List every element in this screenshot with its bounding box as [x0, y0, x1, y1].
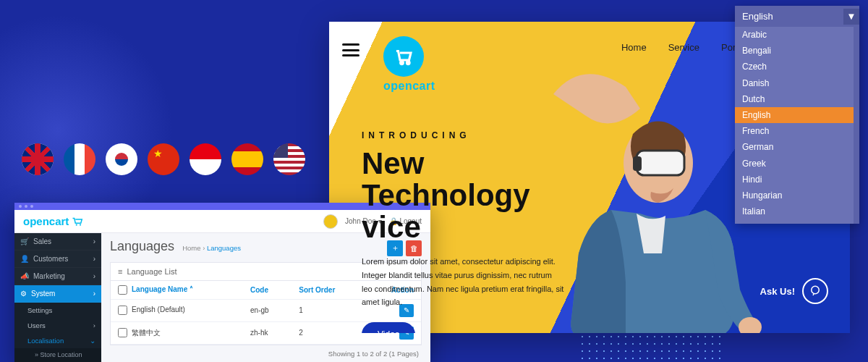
col-name[interactable]: Language Name ˄	[111, 281, 243, 300]
language-option[interactable]: French	[735, 123, 854, 139]
flag-us[interactable]	[273, 143, 305, 175]
col-code[interactable]: Code	[243, 281, 292, 300]
user-icon: 👤	[20, 255, 29, 263]
page-title: Languages	[110, 239, 174, 254]
hero-copy: INTRODUCING New Technology vice Lorem ip…	[362, 130, 564, 333]
language-option[interactable]: Greek	[735, 156, 854, 172]
language-option-list: ArabicBengaliCzechDanishDutchEnglishFren…	[735, 27, 859, 224]
sort-asc-icon: ˄	[190, 285, 193, 293]
pager-text: Showing 1 to 2 of 2 (1 Pages)	[110, 345, 422, 358]
nav-service[interactable]: Service	[668, 42, 699, 53]
nav-home[interactable]: Home	[621, 42, 647, 53]
cell-code: en-gb	[243, 299, 292, 321]
gear-icon: ⚙	[20, 290, 27, 298]
chevron-right-icon: ›	[93, 272, 95, 280]
hero-kicker: INTRODUCING	[362, 130, 564, 140]
select-all-checkbox[interactable]	[118, 285, 127, 295]
sidebar-sub-localisation[interactable]: Localisation⌄	[14, 333, 101, 348]
hero-title: New Technology vice	[362, 148, 564, 243]
ask-us-label: Ask Us!	[760, 286, 795, 297]
dot-pattern	[579, 333, 723, 362]
cell-code: zh-hk	[243, 321, 292, 344]
hero-body: Lorem ipsum dolor sit amet, consectetur …	[362, 255, 564, 309]
language-option[interactable]: Hindi	[735, 172, 854, 188]
svg-point-7	[812, 286, 820, 294]
flag-es[interactable]	[231, 143, 263, 175]
language-option[interactable]: German	[735, 139, 854, 155]
language-dropdown-header[interactable]: English ▼	[735, 6, 859, 27]
cell-sort: 2	[292, 321, 366, 344]
svg-point-8	[76, 224, 77, 225]
svg-point-0	[401, 62, 404, 64]
site-logo[interactable]: opencart	[383, 36, 435, 93]
sidebar-item-customers[interactable]: 👤Customers›	[14, 251, 101, 268]
flag-fr[interactable]	[64, 143, 95, 175]
chevron-right-icon: ›	[93, 237, 95, 245]
language-option[interactable]: Hungarian	[735, 188, 854, 203]
cell-sort: 1	[292, 299, 366, 321]
language-option[interactable]: Arabic	[735, 27, 854, 43]
language-option[interactable]: Dutch	[735, 91, 854, 107]
cart-icon	[72, 216, 85, 227]
flag-uk[interactable]	[22, 143, 54, 175]
svg-point-1	[407, 62, 409, 64]
language-option[interactable]: Czech	[735, 59, 854, 75]
ask-us-widget[interactable]: Ask Us!	[760, 278, 828, 304]
col-sort[interactable]: Sort Order	[292, 281, 366, 300]
chevron-down-icon: ⌄	[90, 337, 95, 345]
site-logo-text: opencart	[383, 80, 435, 93]
svg-rect-5	[633, 156, 642, 171]
language-option[interactable]: Italian	[735, 203, 854, 219]
sidebar-item-marketing[interactable]: 📣Marketing›	[14, 268, 101, 285]
flag-row	[22, 143, 305, 175]
admin-sidebar: 🛒Sales› 👤Customers› 📣Marketing› ⚙System›…	[14, 233, 101, 362]
language-dropdown[interactable]: English ▼ ArabicBengaliCzechDanishDutchE…	[735, 6, 859, 224]
language-option[interactable]: Bengali	[735, 43, 854, 59]
language-option[interactable]: Japanese	[735, 219, 854, 224]
avatar[interactable]	[323, 214, 338, 229]
language-selected: English	[742, 11, 773, 22]
flag-id[interactable]	[190, 143, 221, 175]
hamburger-menu-icon[interactable]	[342, 43, 359, 56]
row-checkbox[interactable]	[118, 328, 127, 337]
sidebar-item-system[interactable]: ⚙System›	[14, 285, 101, 303]
cta-button[interactable]: Video	[362, 322, 415, 333]
chevron-down-icon: ▼	[843, 9, 859, 25]
language-option[interactable]: Danish	[735, 75, 854, 91]
chevron-right-icon: ›	[93, 321, 95, 329]
sidebar-item-sales[interactable]: 🛒Sales›	[14, 233, 101, 251]
svg-rect-3	[637, 151, 684, 175]
cart-icon	[383, 36, 424, 77]
chevron-right-icon: ›	[93, 255, 95, 263]
sidebar-sub-users[interactable]: Users›	[14, 318, 101, 333]
svg-point-9	[80, 224, 81, 225]
flag-kr[interactable]	[106, 143, 137, 175]
chevron-right-icon: ›	[93, 290, 95, 298]
breadcrumb: Home › Languages	[182, 244, 241, 252]
megaphone-icon: 📣	[20, 272, 29, 280]
language-option[interactable]: English	[735, 107, 854, 123]
chat-icon	[802, 278, 828, 304]
cart-icon: 🛒	[20, 237, 29, 245]
list-icon: ≡	[118, 267, 122, 276]
sidebar-sub-settings[interactable]: Settings	[14, 303, 101, 318]
row-checkbox[interactable]	[118, 306, 127, 315]
breadcrumb-current[interactable]: Languages	[207, 244, 241, 252]
flag-cn[interactable]	[148, 143, 179, 175]
admin-logo[interactable]: opencart	[23, 215, 85, 227]
sidebar-sub2-store-location[interactable]: » Store Location	[14, 348, 101, 361]
